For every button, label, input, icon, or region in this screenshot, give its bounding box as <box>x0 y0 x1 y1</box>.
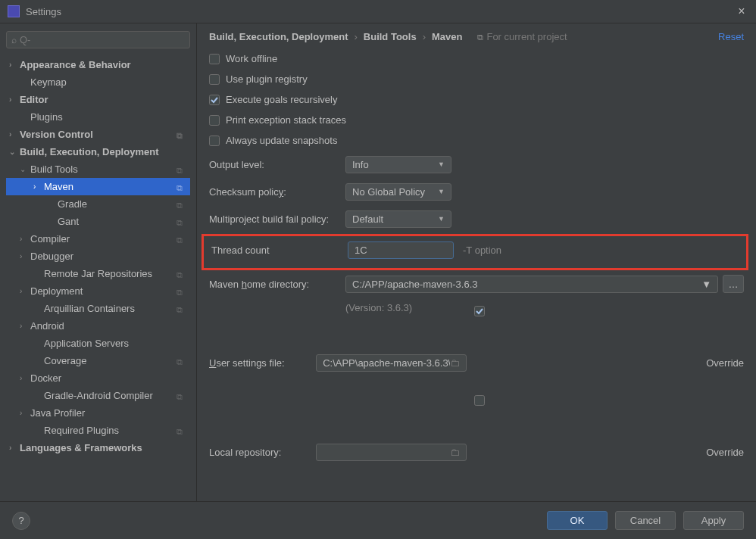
sidebar-item-build-tools[interactable]: ⌄Build Tools <box>6 160 190 178</box>
chevron-down-icon: ▼ <box>438 188 445 195</box>
row-thread-count: Thread count -T option <box>211 241 739 259</box>
checkbox-use-plugin-registry[interactable]: Use plugin registry <box>209 73 744 85</box>
search-icon: ⌕ <box>11 35 17 45</box>
local-repo-text[interactable] <box>323 447 450 458</box>
checkbox-execute-goals-recursively[interactable]: Execute goals recursively <box>209 94 744 105</box>
sidebar-item-build-execution-deployment[interactable]: ⌄Build, Execution, Deployment <box>6 143 190 160</box>
search-input-container[interactable]: ⌕ <box>6 31 190 48</box>
row-local-repository: Local repository: 🗀 Override <box>209 412 744 492</box>
copy-icon <box>177 164 187 175</box>
chevron-right-icon: › <box>354 31 357 42</box>
checkbox-checked-icon <box>209 95 220 105</box>
checkbox-icon <box>209 74 220 85</box>
breadcrumb-seg-build-tools[interactable]: Build Tools <box>364 31 417 42</box>
row-user-settings-file: User settings file: 🗀 Override <box>209 322 744 403</box>
checkbox-work-offline[interactable]: Work offline <box>209 53 744 64</box>
label-multiproject-fail-policy: Multiproject build fail policy: <box>209 213 345 225</box>
label-output-level: Output level: <box>209 159 345 170</box>
copy-icon <box>177 425 187 436</box>
folder-icon[interactable]: 🗀 <box>450 357 460 369</box>
titlebar: Settings × <box>0 0 756 23</box>
dropdown-checksum-policy[interactable]: No Global Policy ▼ <box>345 183 451 201</box>
sidebar-item-gant[interactable]: Gant <box>6 213 190 230</box>
sidebar-item-appearance[interactable]: ›Appearance & Behavior <box>6 56 190 73</box>
row-maven-home: Maven home directory: C:/APP/apache-mave… <box>209 275 744 293</box>
sidebar-item-gradle[interactable]: Gradle <box>6 195 190 213</box>
sidebar-item-maven[interactable]: ›Maven <box>6 178 190 195</box>
input-local-repository[interactable]: 🗀 <box>316 444 467 461</box>
user-settings-text[interactable] <box>323 357 450 369</box>
checkbox-icon <box>209 54 220 64</box>
copy-icon <box>177 129 187 140</box>
sidebar-item-remote-jar[interactable]: Remote Jar Repositories <box>6 265 190 282</box>
reset-link[interactable]: Reset <box>718 31 744 42</box>
help-button[interactable]: ? <box>12 512 30 530</box>
ok-button[interactable]: OK <box>547 511 608 530</box>
scope-hint: For current project <box>477 31 567 42</box>
svg-rect-6 <box>475 396 485 406</box>
input-thread-count[interactable] <box>348 241 454 259</box>
chevron-down-icon: ▼ <box>438 215 445 223</box>
checkbox-icon <box>209 136 220 146</box>
chevron-right-icon: › <box>423 31 426 42</box>
cancel-button[interactable]: Cancel <box>615 511 676 530</box>
dropdown-maven-home[interactable]: C:/APP/apache-maven-3.6.3 ▼ <box>345 276 718 293</box>
browse-button[interactable]: … <box>723 275 744 293</box>
sidebar-item-java-profiler[interactable]: ›Java Profiler <box>6 404 190 422</box>
svg-rect-1 <box>210 74 220 84</box>
hint-thread-count: -T option <box>463 245 501 256</box>
copy-icon <box>177 182 187 192</box>
folder-icon[interactable]: 🗀 <box>450 447 460 458</box>
sidebar-item-gradle-android[interactable]: Gradle-Android Compiler <box>6 387 190 404</box>
checkbox-override-local-repo[interactable]: Override <box>474 395 744 509</box>
checkbox-icon <box>209 115 220 126</box>
close-icon[interactable]: × <box>735 5 748 18</box>
input-user-settings-file[interactable]: 🗀 <box>316 354 467 372</box>
svg-rect-0 <box>210 54 220 64</box>
label-thread-count: Thread count <box>211 245 348 256</box>
sidebar-item-version-control[interactable]: ›Version Control <box>6 126 190 143</box>
checkbox-print-exception-stack-traces[interactable]: Print exception stack traces <box>209 114 744 126</box>
breadcrumb-seg-maven: Maven <box>432 31 462 42</box>
label-maven-home: Maven home directory: <box>209 279 345 290</box>
sidebar-item-plugins[interactable]: Plugins <box>6 108 190 126</box>
sidebar-item-android[interactable]: ›Android <box>6 317 190 335</box>
copy-icon <box>177 286 187 297</box>
label-local-repository: Local repository: <box>209 447 316 458</box>
copy-icon <box>177 304 187 314</box>
chevron-down-icon: ▼ <box>438 160 445 168</box>
copy-icon <box>177 234 187 245</box>
row-checksum-policy: Checksum policy: No Global Policy ▼ <box>209 182 744 201</box>
sidebar-item-editor[interactable]: ›Editor <box>6 91 190 108</box>
sidebar-item-deployment[interactable]: ›Deployment <box>6 282 190 300</box>
svg-rect-5 <box>475 307 485 316</box>
svg-rect-2 <box>210 95 220 104</box>
breadcrumb: Build, Execution, Deployment › Build Too… <box>209 31 744 42</box>
dropdown-output-level[interactable]: Info ▼ <box>345 156 451 173</box>
breadcrumb-seg-bed[interactable]: Build, Execution, Deployment <box>209 31 348 42</box>
chevron-down-icon: ▼ <box>701 279 711 290</box>
sidebar-item-keymap[interactable]: Keymap <box>6 73 190 91</box>
checkbox-icon <box>474 395 701 509</box>
apply-button[interactable]: Apply <box>683 511 744 530</box>
sidebar-item-lang-frameworks[interactable]: ›Languages & Frameworks <box>6 439 190 456</box>
copy-icon <box>477 31 483 42</box>
copy-icon <box>177 391 187 401</box>
sidebar-item-compiler[interactable]: ›Compiler <box>6 230 190 248</box>
content-panel: Build, Execution, Deployment › Build Too… <box>197 23 756 501</box>
label-checksum-policy: Checksum policy: <box>209 186 345 198</box>
sidebar-item-arquillian[interactable]: Arquillian Containers <box>6 300 190 317</box>
sidebar-item-debugger[interactable]: ›Debugger <box>6 248 190 265</box>
footer: ? OK Cancel Apply <box>0 501 756 539</box>
sidebar-item-app-servers[interactable]: Application Servers <box>6 335 190 352</box>
sidebar-item-docker[interactable]: ›Docker <box>6 369 190 387</box>
sidebar-item-coverage[interactable]: Coverage <box>6 352 190 369</box>
svg-rect-3 <box>210 115 220 125</box>
dropdown-multiproject-fail-policy[interactable]: Default ▼ <box>345 210 451 228</box>
row-output-level: Output level: Info ▼ <box>209 155 744 173</box>
label-user-settings-file: User settings file: <box>209 357 316 369</box>
sidebar-item-required-plugins[interactable]: Required Plugins <box>6 422 190 439</box>
highlight-annotation: Thread count -T option <box>201 234 748 270</box>
checkbox-always-update-snapshots[interactable]: Always update snapshots <box>209 135 744 146</box>
search-input[interactable] <box>20 34 185 45</box>
